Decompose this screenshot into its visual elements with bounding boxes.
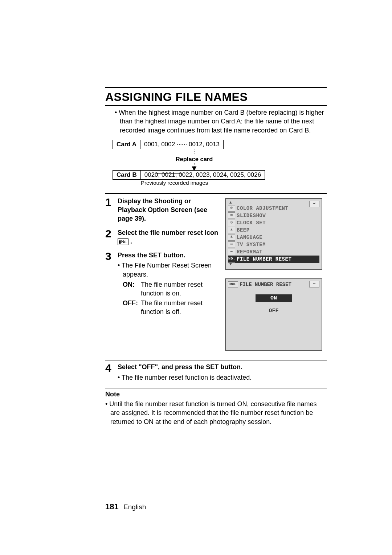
return-icon: ↩ [309, 281, 319, 287]
file-number-icon: ▮No. [118, 238, 128, 245]
off-text: The file number reset function is off. [141, 299, 219, 317]
return-icon: ↩ [309, 201, 319, 207]
tv-icon: ▭ [228, 241, 235, 248]
page-number: 181 [105, 502, 119, 511]
clock-icon: ◷ [228, 220, 235, 226]
divider [105, 193, 327, 194]
scroll-down-icon: ▼ [228, 263, 319, 266]
step-4-bullet: The file number reset function is deacti… [118, 373, 252, 382]
abc-icon: a [228, 234, 235, 241]
palette-icon: ◐ [228, 205, 235, 212]
file-number-reset-screen: ↩ ▮No. FILE NUMBER RESET ON OFF [225, 278, 322, 351]
section-title: ASSIGNING FILE NAMES [105, 87, 327, 106]
step-3: 3 Press the SET button. The File Number … [105, 251, 219, 317]
step-number: 3 [105, 251, 113, 317]
step-number: 1 [105, 197, 113, 223]
on-label: ON: [123, 280, 139, 298]
arrow-dots: ⋮ [113, 149, 276, 154]
step-number: 2 [105, 228, 113, 246]
note-text: Until the file number reset function is … [105, 400, 327, 426]
replace-card-label: Replace card [113, 154, 276, 163]
menu-item-clock-set: ◷CLOCK SET [228, 219, 319, 227]
scroll-up-icon: ▲ [228, 201, 319, 205]
step-1: 1 Display the Shooting or Playback Optio… [105, 197, 219, 223]
previously-recorded-note: Previously recorded images [113, 180, 327, 186]
note-heading: Note [105, 388, 327, 398]
card-a-values: 0001, 0002 ······ 0012, 0013 [140, 140, 224, 149]
menu-item-reformat: ▬REFORMAT [228, 248, 319, 256]
manual-page: ASSIGNING FILE NAMES When the highest im… [0, 0, 392, 555]
option-on: ON [256, 294, 292, 302]
step-3-bullet: The File Number Reset Screen appears. [118, 261, 219, 279]
footer-language: English [123, 503, 146, 511]
step-2-text: Select the file number reset icon [118, 229, 218, 236]
on-text: The file number reset function is on. [141, 280, 219, 298]
card-sequence-diagram: Card A 0001, 0002 ······ 0012, 0013 ⋮ Re… [113, 140, 327, 186]
card-a-table: Card A 0001, 0002 ······ 0012, 0013 [113, 140, 224, 149]
option-menu-screen: ↩ ▲ ◐COLOR ADJUSTMENT ▦SLIDESHOW ◷CLOCK … [225, 198, 322, 270]
menu-item-color-adjustment: ◐COLOR ADJUSTMENT [228, 205, 319, 212]
card-b-values: 0020, 0021, 0022, 0023, 0024, 0025, 0026 [140, 170, 265, 179]
step-1-text: Display the Shooting or Playback Option … [118, 197, 207, 223]
menu-item-slideshow: ▦SLIDESHOW [228, 212, 319, 219]
file-number-icon: No. [228, 256, 235, 262]
arrow-down-icon: ▼ [113, 167, 276, 170]
card-b-label: Card B [113, 170, 141, 179]
file-number-icon: ▮No. [228, 281, 238, 288]
step-4-title: Select "OFF", and press the SET button. [118, 363, 242, 371]
steps-column: 1 Display the Shooting or Playback Optio… [105, 197, 219, 351]
divider [105, 360, 327, 360]
step-4: 4 Select "OFF", and press the SET button… [105, 363, 327, 383]
intro-paragraph: When the highest image number on Card B … [105, 108, 327, 135]
menu-item-beep: ▲BEEP [228, 227, 319, 234]
card-a-label: Card A [113, 140, 140, 149]
menu-item-file-number-reset: No.FILE NUMBER RESET [228, 256, 319, 263]
slideshow-icon: ▦ [228, 212, 235, 219]
bell-icon: ▲ [228, 227, 235, 233]
step-2: 2 Select the file number reset icon ▮No.… [105, 228, 219, 246]
card-icon: ▬ [228, 249, 235, 255]
off-label: OFF: [123, 299, 139, 317]
screens-column: ↩ ▲ ◐COLOR ADJUSTMENT ▦SLIDESHOW ◷CLOCK … [225, 197, 327, 351]
page-footer: 181 English [105, 502, 146, 511]
menu-item-tv-system: ▭TV SYSTEM [228, 241, 319, 248]
menu-item-language: aLANGUAGE [228, 234, 319, 241]
screen-header: FILE NUMBER RESET [240, 282, 291, 287]
step-number: 4 [105, 363, 113, 383]
card-b-table: Card B 0020, 0021, 0022, 0023, 0024, 002… [113, 170, 265, 180]
option-off: OFF [256, 307, 292, 315]
step-3-title: Press the SET button. [118, 252, 185, 259]
